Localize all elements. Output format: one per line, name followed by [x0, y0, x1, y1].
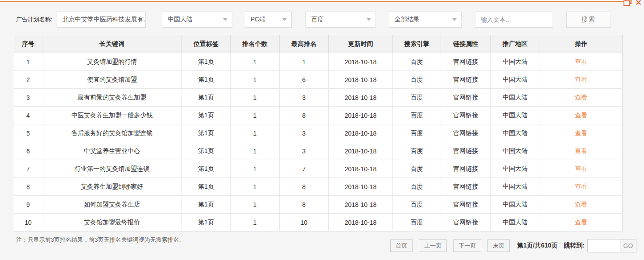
cell-keyword: 售后服务好的艾灸馆加盟连锁 [42, 124, 182, 142]
cell-rank-count: 1 [231, 124, 280, 142]
cell-promo-region: 中国大陆 [491, 107, 540, 124]
cell-keyword: 艾灸馆加盟最终报价 [42, 214, 182, 231]
cell-update-time: 2018-10-18 [329, 142, 393, 160]
view-link[interactable]: 查看 [575, 147, 587, 154]
header-keyword: 长关键词 [42, 35, 182, 53]
pagination-bar: 首页 上一页 下一页 末页 第1页/共610页 跳转到: GO [390, 239, 636, 252]
table-row: 7 行业第一的艾灸馆加盟连锁 第1页 1 7 2018-10-18 百度 官网链… [14, 160, 623, 178]
cell-operation: 查看 [540, 107, 623, 124]
region-select-value: 中国大陆 [168, 16, 193, 24]
cell-promo-region: 中国大陆 [491, 71, 540, 89]
cell-rank-count: 1 [231, 89, 280, 107]
footnote: 注：只显示前3页排名结果，前3页无排名关键词视为无搜索排名。 [16, 236, 185, 244]
cell-update-time: 2018-10-18 [329, 71, 393, 89]
last-page-button[interactable]: 末页 [487, 239, 510, 252]
cell-search-engine: 百度 [393, 142, 441, 160]
prev-page-button[interactable]: 上一页 [419, 239, 447, 252]
cell-keyword: 如何加盟艾灸养生店 [42, 196, 182, 214]
first-page-button[interactable]: 首页 [390, 239, 413, 252]
cell-rank-count: 1 [231, 178, 280, 196]
chevron-down-icon [223, 18, 227, 21]
cell-link-attribute: 官网链接 [441, 124, 491, 142]
cell-promo-region: 中国大陆 [491, 142, 540, 160]
engine-select[interactable]: 百度 [305, 12, 376, 28]
cell-keyword: 艾灸养生加盟到哪家好 [42, 178, 182, 196]
view-link[interactable]: 查看 [575, 94, 587, 101]
view-link[interactable]: 查看 [575, 129, 587, 136]
header-search-engine: 搜索引擎 [393, 35, 441, 53]
region-select[interactable]: 中国大陆 [162, 12, 232, 28]
close-icon[interactable]: × [636, 0, 641, 5]
chevron-down-icon [282, 18, 287, 21]
cell-operation: 查看 [540, 196, 623, 214]
search-input[interactable] [475, 12, 553, 28]
cell-position-tag: 第1页 [182, 89, 231, 107]
cell-link-attribute: 官网链接 [441, 71, 491, 89]
cell-promo-region: 中国大陆 [491, 178, 540, 196]
cell-search-engine: 百度 [393, 89, 441, 107]
plan-name-label: 广告计划名称: [16, 16, 53, 24]
cell-position-tag: 第1页 [182, 214, 231, 231]
result-type-select[interactable]: 全部结果 [389, 12, 462, 28]
cell-promo-region: 中国大陆 [491, 53, 540, 71]
cell-best-rank: 1 [280, 53, 329, 71]
cell-operation: 查看 [540, 71, 623, 89]
cell-search-engine: 百度 [393, 214, 441, 231]
cell-search-engine: 百度 [393, 196, 441, 214]
jump-to-input[interactable] [587, 239, 620, 252]
cell-position-tag: 第1页 [182, 142, 231, 160]
cell-link-attribute: 官网链接 [441, 178, 491, 196]
table-row: 2 便宜的艾灸馆加盟 第1页 1 6 2018-10-18 百度 官网链接 中国… [14, 71, 623, 89]
view-link[interactable]: 查看 [575, 219, 587, 226]
cell-update-time: 2018-10-18 [329, 214, 393, 231]
plan-select[interactable]: 北京中艾堂中医药科技发展有... [57, 12, 146, 28]
view-link[interactable]: 查看 [575, 165, 587, 172]
view-link[interactable]: 查看 [575, 76, 587, 83]
cell-no: 2 [14, 71, 42, 89]
cell-best-rank: 3 [280, 124, 329, 142]
cell-promo-region: 中国大陆 [491, 124, 540, 142]
filter-toolbar: 广告计划名称: 北京中艾堂中医药科技发展有... 中国大陆 PC端 百度 全部结… [16, 12, 611, 28]
table-row: 6 中艾堂养生营业中心 第1页 1 3 2018-10-18 百度 官网链接 中… [14, 142, 623, 160]
header-operation: 操作 [540, 35, 623, 53]
device-select[interactable]: PC端 [245, 12, 292, 28]
cell-search-engine: 百度 [393, 107, 441, 124]
cell-rank-count: 1 [231, 160, 280, 178]
table-row: 4 中医艾灸养生加盟一般多少钱 第1页 1 8 2018-10-18 百度 官网… [14, 107, 623, 124]
table-row: 1 艾灸馆加盟的行情 第1页 1 1 2018-10-18 百度 官网链接 中国… [14, 53, 623, 71]
restore-window-icon[interactable] [623, 0, 630, 5]
go-button[interactable]: GO [620, 239, 636, 252]
cell-operation: 查看 [540, 53, 623, 71]
cell-operation: 查看 [540, 142, 623, 160]
cell-no: 8 [14, 178, 42, 196]
cell-no: 7 [14, 160, 42, 178]
view-link[interactable]: 查看 [575, 183, 587, 190]
cell-rank-count: 1 [231, 53, 280, 71]
cell-link-attribute: 官网链接 [441, 214, 491, 231]
cell-link-attribute: 官网链接 [441, 160, 491, 178]
cell-operation: 查看 [540, 178, 623, 196]
cell-rank-count: 1 [231, 107, 280, 124]
plan-select-value: 北京中艾堂中医药科技发展有... [62, 16, 146, 24]
header-best-rank: 最高排名 [280, 35, 329, 53]
header-no: 序号 [14, 35, 42, 53]
cell-keyword: 中医艾灸养生加盟一般多少钱 [42, 107, 182, 124]
cell-no: 5 [14, 124, 42, 142]
cell-operation: 查看 [540, 160, 623, 178]
cell-search-engine: 百度 [393, 124, 441, 142]
next-page-button[interactable]: 下一页 [453, 239, 481, 252]
cell-position-tag: 第1页 [182, 71, 231, 89]
cell-position-tag: 第1页 [182, 196, 231, 214]
chevron-down-icon [367, 18, 371, 21]
view-link[interactable]: 查看 [575, 111, 587, 119]
view-link[interactable]: 查看 [575, 58, 587, 65]
view-link[interactable]: 查看 [575, 201, 587, 208]
search-button[interactable]: 搜索 [566, 12, 611, 28]
cell-best-rank: 7 [280, 160, 329, 178]
cell-no: 6 [14, 142, 42, 160]
chevron-down-icon [452, 18, 457, 21]
cell-best-rank: 8 [280, 196, 329, 214]
cell-no: 1 [14, 53, 42, 71]
cell-best-rank: 3 [280, 89, 329, 107]
page-info: 第1页/共610页 [517, 242, 557, 250]
